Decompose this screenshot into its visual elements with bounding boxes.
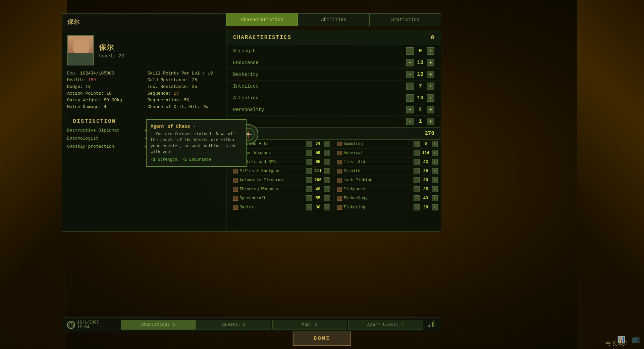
skill-decrease-btn[interactable]: − [414, 150, 420, 156]
characteristics-section-header: CHARACTERISTICS 0 [226, 30, 441, 45]
skill-increase-btn[interactable]: + [432, 168, 438, 174]
skill-decrease-btn[interactable]: − [414, 195, 420, 201]
skill-increase-btn[interactable]: + [432, 204, 438, 210]
stat-increase-btn[interactable]: + [427, 47, 434, 55]
stat-value: 10 [416, 95, 425, 101]
skill-decrease-btn[interactable]: − [306, 141, 312, 147]
char-stat-name: Strength [233, 48, 406, 54]
distinction-title: DISTINCTION [73, 118, 116, 124]
skill-increase-btn[interactable]: + [432, 141, 438, 147]
svg-point-1 [75, 40, 87, 55]
stat-decrease-btn[interactable]: − [406, 106, 414, 113]
char-stat-controls: − 1 + [406, 118, 434, 125]
skill-decrease-btn[interactable]: − [414, 141, 420, 147]
stat-decrease-btn[interactable]: − [406, 83, 414, 90]
skill-controls: − 30 + [306, 204, 330, 210]
skill-name: First Aid [343, 160, 414, 164]
characteristics-points: 0 [431, 34, 434, 41]
bottom-tab-quests[interactable]: Quests: 2 [197, 320, 271, 330]
skill-increase-btn[interactable]: + [324, 168, 330, 174]
skill-increase-btn[interactable]: + [324, 141, 330, 147]
skill-row-right: Gambling − 6 + [334, 140, 441, 149]
stat-value: 9 [416, 48, 425, 54]
skill-row-right: First Aid − 43 + [334, 158, 441, 167]
done-button[interactable]: DONE [293, 332, 351, 346]
skill-increase-btn[interactable]: + [432, 150, 438, 156]
tooltip-body: - You are forever stained. Now, all the … [151, 131, 242, 155]
skill-decrease-btn[interactable]: − [306, 195, 312, 201]
skill-decrease-btn[interactable]: − [306, 150, 312, 156]
distinction-item-2[interactable]: Ghostly protection [67, 143, 143, 150]
skill-decrease-btn[interactable]: − [306, 159, 312, 165]
distinction-item-1[interactable]: Entomologist [67, 135, 143, 142]
stat-sequence: Sequence: 13 [148, 91, 221, 96]
stat-dodge: Dodge: 13 [67, 84, 141, 90]
stat-increase-btn[interactable]: + [427, 71, 434, 78]
skill-icon [233, 187, 238, 192]
skill-increase-btn[interactable]: + [432, 177, 438, 183]
skill-decrease-btn[interactable]: − [306, 168, 312, 174]
skill-row-left: Barter − 30 + [226, 203, 334, 212]
bottom-tab-statistics[interactable]: Statistics: 1 [121, 320, 196, 330]
svg-point-5 [84, 58, 89, 64]
skill-increase-btn[interactable]: + [324, 204, 330, 210]
skill-value: 49 [421, 196, 431, 201]
skill-increase-btn[interactable]: + [324, 195, 330, 201]
skill-increase-btn[interactable]: + [432, 186, 438, 192]
skill-name: Tinkering [343, 205, 414, 210]
char-stat-name: Intellect [233, 84, 406, 89]
skill-increase-btn[interactable]: + [324, 186, 330, 192]
stat-tox-resist: Tox. Resistance: 35 [148, 84, 221, 90]
distinction-toggle-icon[interactable]: − [67, 118, 70, 124]
skill-icon [337, 142, 342, 146]
distinction-item-0[interactable]: Destructive Diplomat [67, 127, 143, 134]
stat-increase-btn[interactable]: + [427, 106, 434, 113]
skill-decrease-btn[interactable]: − [414, 159, 420, 165]
stat-decrease-btn[interactable]: − [406, 71, 414, 78]
stat-decrease-btn[interactable]: − [406, 47, 414, 55]
skill-row-left: Speechcraft − 55 + [226, 194, 334, 203]
tv-icon: 📺 [632, 335, 641, 344]
stat-value: 7 [416, 83, 425, 89]
stat-decrease-btn[interactable]: − [406, 94, 414, 102]
skill-row-left: Rifles & Shotguns − 211 + [226, 167, 334, 176]
character-header: 保尔 Level: 20 [67, 35, 221, 65]
bottom-tab-map[interactable]: Map: 3 [272, 320, 347, 330]
bottom-tab-alarm[interactable]: Alarm Clock: 4 [348, 320, 423, 330]
skill-increase-btn[interactable]: + [324, 159, 330, 165]
skill-decrease-btn[interactable]: − [414, 168, 420, 174]
skill-icon [337, 151, 342, 155]
characteristics-title: CHARACTERISTICS [233, 35, 291, 41]
stat-increase-btn[interactable]: + [427, 83, 434, 90]
skill-value: 59 [313, 151, 323, 155]
skill-decrease-btn[interactable]: − [306, 204, 312, 210]
skill-name: Gambling [343, 142, 414, 146]
skill-decrease-btn[interactable]: − [414, 177, 420, 183]
tab-characteristics[interactable]: Characteristics [226, 13, 298, 26]
stat-increase-btn[interactable]: + [427, 94, 434, 102]
right-panel: CHARACTERISTICS 0 Strength − 9 + Enduran… [226, 30, 441, 232]
skill-icon [337, 169, 342, 173]
char-name: 保尔 [99, 42, 124, 52]
stat-decrease-btn[interactable]: − [406, 59, 414, 66]
skill-value: 30 [421, 178, 431, 183]
skill-decrease-btn[interactable]: − [306, 186, 312, 192]
skill-increase-btn[interactable]: + [432, 159, 438, 165]
skill-increase-btn[interactable]: + [432, 195, 438, 201]
skill-increase-btn[interactable]: + [324, 177, 330, 183]
stat-increase-btn[interactable]: + [427, 59, 434, 66]
bottom-status-bar: 12/1/2007 12:04 Statistics: 1 Quests: 2 … [62, 317, 441, 332]
skill-icon [337, 205, 342, 210]
skill-decrease-btn[interactable]: − [306, 177, 312, 183]
stat-decrease-btn[interactable]: − [406, 118, 414, 125]
stat-action-points: Action Points: 10 [67, 91, 141, 96]
skill-increase-btn[interactable]: + [324, 150, 330, 156]
skill-name: Stealth [343, 169, 414, 173]
tab-abilities[interactable]: Abilities [298, 13, 369, 26]
tab-statistics[interactable]: Statistics [370, 13, 441, 26]
skill-controls: − 30 + [414, 177, 438, 183]
skill-decrease-btn[interactable]: − [414, 204, 420, 210]
skill-decrease-btn[interactable]: − [414, 186, 420, 192]
skills-points: 270 [425, 131, 434, 137]
stat-increase-btn[interactable]: + [427, 118, 434, 125]
